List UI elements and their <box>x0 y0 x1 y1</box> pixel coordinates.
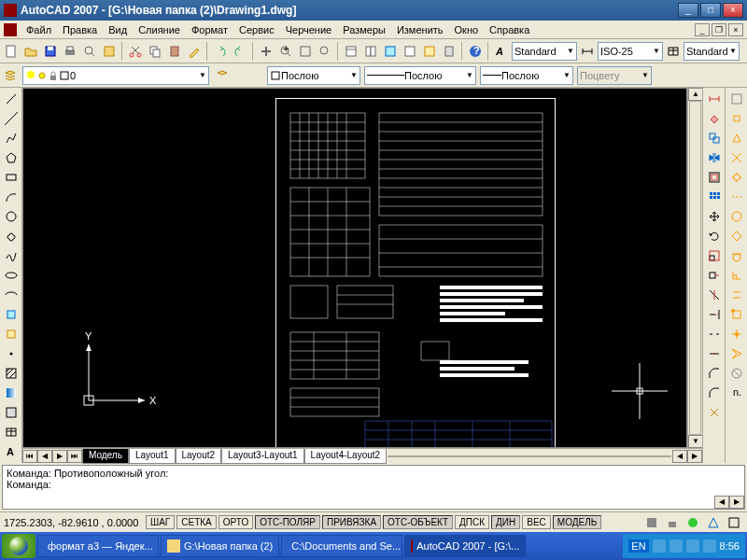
tab-layout3[interactable]: Layout3-Layout1 <box>221 449 304 464</box>
scroll-up-button[interactable]: ▲ <box>688 88 703 101</box>
mirror-button[interactable] <box>705 148 724 167</box>
tab-model[interactable]: Модель <box>82 449 129 464</box>
calculator-button[interactable] <box>440 42 458 61</box>
match-button[interactable] <box>185 42 204 61</box>
tab-prev-button[interactable]: ◀ <box>37 450 52 463</box>
tray-icon[interactable] <box>669 539 683 553</box>
osnap-par-button[interactable] <box>727 286 746 304</box>
scroll-left-button[interactable]: ◀ <box>672 450 687 463</box>
osnap-nea-button[interactable] <box>727 344 746 363</box>
status-comm-icon[interactable] <box>684 513 702 532</box>
sheetset-button[interactable] <box>401 42 419 61</box>
paste-button[interactable] <box>165 42 184 61</box>
save-button[interactable] <box>41 42 60 61</box>
status-osnap[interactable]: ПРИВЯЗКА <box>322 515 381 529</box>
table-button[interactable] <box>2 423 21 441</box>
status-lwt[interactable]: ВЕС <box>522 515 551 529</box>
copy-button[interactable] <box>146 42 164 61</box>
status-clean-icon[interactable] <box>725 513 743 532</box>
fillet-button[interactable] <box>705 384 724 402</box>
spline-button[interactable] <box>2 246 21 265</box>
osnap-per-button[interactable] <box>727 266 746 285</box>
explode-button[interactable] <box>705 403 724 422</box>
command-window[interactable]: Команда: Противоположный угол: Команда: … <box>2 465 745 510</box>
arc-button[interactable] <box>2 188 21 206</box>
copy-obj-button[interactable] <box>705 129 724 147</box>
coordinates-display[interactable]: 1725.2303, -82.9610 , 0.0000 <box>4 517 144 528</box>
rotate-button[interactable] <box>705 227 724 245</box>
tab-last-button[interactable]: ⏭ <box>67 450 82 463</box>
pan-button[interactable] <box>257 42 275 61</box>
polygon-button[interactable] <box>2 148 21 167</box>
zoom-realtime-button[interactable]: + <box>276 42 295 61</box>
maximize-button[interactable]: □ <box>700 3 721 18</box>
osnap-qua-button[interactable] <box>727 227 746 245</box>
mdi-restore[interactable]: ❐ <box>712 23 726 36</box>
cmd-scroll-right[interactable]: ▶ <box>729 496 744 509</box>
point-button[interactable] <box>2 344 21 363</box>
layer-previous-button[interactable] <box>213 66 232 85</box>
publish-button[interactable] <box>100 42 119 61</box>
gradient-button[interactable] <box>2 384 21 402</box>
tray-icon[interactable] <box>653 539 666 553</box>
tab-layout1[interactable]: Layout1 <box>129 449 176 464</box>
taskbar-item-browser[interactable]: формат а3 — Яндек... <box>37 535 159 557</box>
move-button[interactable] <box>705 207 724 226</box>
hscroll-track[interactable] <box>388 455 671 457</box>
osnap-appint-button[interactable] <box>727 168 746 187</box>
array-button[interactable] <box>705 188 724 206</box>
scroll-down-button[interactable]: ▼ <box>688 435 703 448</box>
status-otrack[interactable]: ОТС-ОБЪЕКТ <box>383 515 453 529</box>
revcloud-button[interactable] <box>2 227 21 245</box>
properties-button[interactable] <box>342 42 360 61</box>
tempoverride-button[interactable] <box>727 90 746 108</box>
cut-button[interactable] <box>126 42 145 61</box>
distance-button[interactable] <box>705 90 724 108</box>
erase-button[interactable] <box>705 109 724 128</box>
stretch-button[interactable] <box>705 266 724 285</box>
menu-tools[interactable]: Сервис <box>233 22 280 37</box>
insert-button[interactable] <box>2 305 21 324</box>
status-polar[interactable]: ОТС-ПОЛЯР <box>255 515 320 529</box>
new-button[interactable] <box>2 42 21 61</box>
line-button[interactable] <box>2 90 21 108</box>
tray-icon[interactable] <box>703 539 716 553</box>
dimstyle-icon[interactable] <box>578 42 597 61</box>
vscroll-track[interactable] <box>689 101 701 435</box>
taskbar-item-autocad[interactable]: AutoCAD 2007 - [G:\... <box>404 535 526 557</box>
dimstyle-combo[interactable]: ISO-25▼ <box>598 42 663 61</box>
osnap-nod-button[interactable] <box>727 325 746 343</box>
extend-button[interactable] <box>705 305 724 324</box>
tablestyle-icon[interactable] <box>664 42 683 61</box>
menu-help[interactable]: Справка <box>484 22 535 37</box>
tab-first-button[interactable]: ⏮ <box>22 450 37 463</box>
layer-combo[interactable]: 0 ▼ <box>22 66 209 85</box>
status-lock-icon[interactable] <box>663 513 682 532</box>
clock[interactable]: 8:56 <box>720 540 740 552</box>
lineweight-combo[interactable]: Послою ▼ <box>480 66 573 85</box>
linetype-combo[interactable]: Послою ▼ <box>364 66 476 85</box>
textstyle-combo[interactable]: Standard▼ <box>512 42 577 61</box>
preview-button[interactable] <box>80 42 99 61</box>
join-button[interactable] <box>705 344 724 363</box>
menu-modify[interactable]: Изменить <box>391 22 449 37</box>
region-button[interactable] <box>2 403 21 422</box>
tab-layout4[interactable]: Layout4-Layout2 <box>304 449 388 464</box>
taskbar-item-folder2[interactable]: C:\Documents and Se... <box>281 535 402 557</box>
hatch-button[interactable] <box>2 364 21 383</box>
undo-button[interactable] <box>211 42 230 61</box>
osnap-settings-button[interactable]: n. <box>727 384 746 402</box>
menu-draw[interactable]: Черчение <box>280 22 338 37</box>
open-button[interactable] <box>21 42 40 61</box>
menu-file[interactable]: Файл <box>21 22 57 37</box>
tab-layout2[interactable]: Layout2 <box>176 449 222 464</box>
scale-button[interactable] <box>705 246 724 265</box>
break-button[interactable] <box>705 325 724 343</box>
status-snap[interactable]: ШАГ <box>146 515 175 529</box>
chamfer-button[interactable] <box>705 364 724 383</box>
status-ducs[interactable]: ДПСК <box>455 515 489 529</box>
status-tray-icon[interactable] <box>642 513 661 532</box>
pline-button[interactable] <box>2 129 21 147</box>
print-button[interactable] <box>61 42 79 61</box>
osnap-ext-button[interactable] <box>727 188 746 206</box>
